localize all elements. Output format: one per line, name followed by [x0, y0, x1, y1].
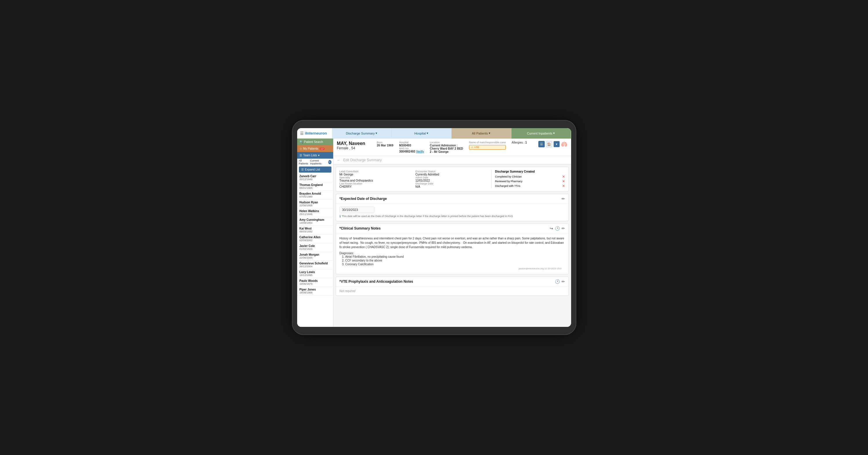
patient-list: Zaneeb Carr 20/12/1948 Thomas England 05… [297, 173, 333, 327]
main-layout: 🔍 Patient Search ☆ My Patients 17 ☰ Team… [297, 139, 571, 327]
info-card: Lead Consultant Mr George Specialty Trau… [336, 167, 569, 192]
tab-hospital-label: Hospital [414, 132, 426, 135]
lung-icon: 🫁 [561, 141, 567, 147]
clinical-notes-text: History of breathlessness and intermitte… [340, 236, 565, 249]
list-item[interactable]: Brayden Arnold 07/05/1989 [297, 191, 333, 200]
list-item[interactable]: Thomas England 05/01/1965 [297, 182, 333, 191]
vte-history-button[interactable]: 🕐 [555, 279, 560, 284]
home-button[interactable]: 🏠 [546, 141, 552, 147]
list-item[interactable]: Hudson Ryan 22/06/1958 [297, 200, 333, 208]
filter-current-inpatients[interactable]: Current Inpatients [310, 159, 326, 165]
verify-link[interactable]: Verify [416, 150, 424, 153]
dsc-completed-status: ✕ [562, 175, 565, 179]
patient-dob: 22/06/2005 [300, 256, 331, 259]
born-label: Born [377, 141, 394, 144]
patient-search-button[interactable]: 🔍 Patient Search [297, 139, 333, 145]
hospital-value: M300493 [399, 144, 424, 147]
expand-list-button[interactable]: ☰ Expand List [299, 167, 332, 173]
carer-group: Name of main/responsible carer ⚠ VTE [469, 141, 506, 153]
tab-all-patients-arrow: ▾ [489, 131, 491, 135]
patient-name: Jonah Morgan [300, 253, 331, 256]
clinical-summary-actions: ↪ 🕐 ✏ [550, 226, 565, 231]
patient-dob: 26/12/2004 [300, 265, 331, 268]
patient-name: Lucy Lewis [300, 271, 331, 274]
list-item[interactable]: Genevieve Schofield 26/12/2004 [297, 261, 333, 269]
dsc-title: Discharge Summary Created [495, 170, 565, 173]
edit-discharge-button[interactable]: ✏ [562, 196, 565, 201]
patient-details-mid: Born 26 Mar 1969 Hospital M300493 NHS No… [377, 141, 527, 153]
patient-info-left: MAY, Naveen Female , 54 [337, 141, 365, 150]
patient-dob: 02/09/2002 [300, 239, 331, 242]
patient-name: Paulo Woods [300, 279, 331, 282]
nav-logo: ☰ iInterneuron [297, 131, 332, 136]
email-footer: jandoe@interneuron.org 11-10-2023 15:0 [340, 266, 565, 271]
hospital-group: Hospital M300493 NHS No 3004902493 Verif… [399, 141, 424, 153]
tab-current-inpatients-label: Current Inpatients [527, 132, 552, 135]
list-item[interactable]: Jonah Morgan 22/06/2005 [297, 252, 333, 261]
expand-button[interactable]: ▾ [553, 141, 560, 147]
vte-edit-button[interactable]: ✏ [562, 279, 565, 284]
patient-dob: 22/06/1958 [300, 204, 331, 207]
carer-label: Name of main/responsible carer [469, 141, 506, 144]
born-value: 26 Mar 1969 [377, 144, 394, 147]
dsc-reviewed-row: Reviewed by Pharmacy ✕ [495, 179, 565, 183]
vte-body-text: Not required [340, 289, 565, 292]
list-item[interactable]: Kai West 06/03/1932 [297, 226, 333, 234]
discharge-date-note: ℹ This date will be used as the Date of … [340, 215, 565, 218]
patient-name: Brayden Arnold [300, 192, 331, 195]
filters-row: All Patients Current Inpatients ↻ [297, 159, 333, 166]
vte-section-header: *VTE Prophylaxis and Anticoagulation Not… [336, 277, 568, 286]
tab-discharge[interactable]: Discharge Summary ▾ [332, 128, 392, 139]
allergies-text: Allergies : 1 [512, 141, 527, 144]
tab-current-inpatients-arrow: ▾ [553, 131, 555, 135]
list-item[interactable]: Piper Jones 16/08/1966 [297, 287, 333, 295]
patient-name: Amy Cunningham [300, 218, 331, 221]
discharge-date-field: Discharge Date N/A [415, 182, 489, 188]
lead-consultant-field: Lead Consultant Mr George [340, 170, 413, 176]
filter-all-patients[interactable]: All Patients [299, 159, 309, 165]
mid-info: Encounter Status Currently Admitted Admi… [415, 170, 489, 188]
discharge-header-title: Edit Discharge Summary [343, 158, 382, 162]
my-patients-button[interactable]: ☆ My Patients 17 [297, 145, 333, 152]
back-arrow-button[interactable]: ← [337, 158, 341, 163]
my-patients-label: My Patients [303, 147, 318, 150]
tab-hospital[interactable]: Hospital ▾ [392, 128, 452, 139]
my-patients-badge: 17 [319, 147, 325, 150]
team-lists-button[interactable]: ☰ Team Lists ▾ [297, 152, 333, 159]
info-icon: ℹ [340, 215, 341, 218]
expand-list-label: Expand List [305, 168, 320, 171]
location-label: Location [430, 141, 463, 144]
vte-badge: ⚠ VTE [469, 145, 506, 150]
list-item[interactable]: Lucy Lewis 15/12/1995 [297, 269, 333, 278]
hamburger-icon[interactable]: ☰ [300, 131, 304, 136]
expected-discharge-header: *Expected Date of Discharge ✏ [336, 194, 568, 204]
vte-section-card: *VTE Prophylaxis and Anticoagulation Not… [336, 277, 569, 296]
patient-dob: 05/01/1965 [300, 187, 331, 190]
list-view-button[interactable]: ☰ [538, 141, 545, 147]
search-icon: 🔍 [300, 140, 303, 144]
expand-icon: ☰ [301, 168, 304, 171]
edit-clinical-button[interactable]: ✏ [562, 226, 565, 231]
brand-logo: iInterneuron [305, 131, 327, 135]
discharge-header: ← Edit Discharge Summary [334, 156, 571, 165]
tab-all-patients[interactable]: All Patients ▾ [452, 128, 512, 139]
team-lists-label: Team Lists [303, 154, 317, 157]
refresh-button[interactable]: ↻ [328, 160, 331, 164]
tab-current-inpatients[interactable]: Current Inpatients ▾ [512, 128, 571, 139]
tab-discharge-arrow: ▾ [375, 131, 377, 135]
list-item[interactable]: Javier Cole 01/02/1929 [297, 243, 333, 252]
list-item[interactable]: Amy Cunningham 14/08/1954 [297, 217, 333, 226]
list-item[interactable]: Paulo Woods 10/06/1979 [297, 278, 333, 287]
list-item[interactable]: Helen Watkins 25/11/1946 [297, 208, 333, 217]
nhs-label: NHS No [399, 147, 424, 150]
list-item[interactable]: Catherine Allen 02/09/2002 [297, 234, 333, 243]
history-button[interactable]: 🕐 [555, 226, 560, 231]
list-item[interactable]: Zaneeb Carr 20/12/1948 [297, 173, 333, 182]
patient-name: Genevieve Schofield [300, 262, 331, 265]
discharge-date-input[interactable] [340, 206, 374, 213]
patient-name: Hudson Ryan [300, 201, 331, 204]
patient-name-large: MAY, Naveen [337, 141, 365, 146]
tab-discharge-label: Discharge Summary [346, 132, 375, 135]
import-button[interactable]: ↪ [550, 226, 553, 231]
clinical-summary-header: *Clinical Summary Notes ↪ 🕐 ✏ [336, 224, 568, 233]
